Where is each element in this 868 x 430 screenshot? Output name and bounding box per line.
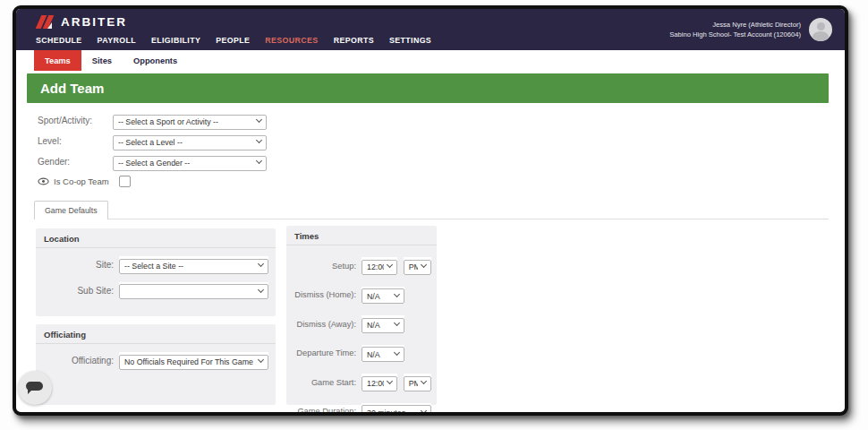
user-text: Jessa Nyre (Athletic Director) Sabino Hi… (669, 20, 801, 39)
page-banner: Add Team (27, 73, 829, 103)
nav-settings[interactable]: SETTINGS (389, 36, 431, 45)
site-row: Site: -- Select a Site -- (36, 256, 276, 274)
brand-name: ARBITER (61, 15, 127, 29)
nav-schedule[interactable]: SCHEDULE (36, 36, 82, 45)
dismiss-home-select[interactable]: N/A (362, 287, 404, 305)
app-window: ARBITER SCHEDULE PAYROLL ELIGIBILITY PEO… (13, 5, 848, 416)
nav-people[interactable]: PEOPLE (216, 36, 250, 45)
arbiter-logo-icon (36, 15, 55, 29)
dismiss-home-row: Dismiss (Home): N/A (286, 287, 437, 305)
location-panel: Location Site: -- Select a Site -- Sub S… (36, 228, 276, 316)
dismiss-away-label: Dismiss (Away): (292, 320, 356, 329)
setup-row: Setup: 12:00 PM (286, 257, 437, 275)
departure-row: Departure Time: N/A (286, 345, 437, 363)
dismiss-away-select[interactable]: N/A (362, 315, 404, 333)
game-start-label: Game Start: (292, 378, 356, 387)
sub-tabbar: Teams Sites Opponents (16, 50, 845, 71)
tab-game-defaults[interactable]: Game Defaults (34, 201, 108, 219)
chat-widget-button[interactable] (18, 371, 52, 405)
sport-label: Sport/Activity: (38, 116, 113, 125)
level-row: Level: -- Select a Level -- (38, 133, 267, 150)
coop-label: Is Co-op Team (54, 176, 109, 186)
setup-label: Setup: (292, 262, 356, 271)
coop-eye-icon (38, 177, 49, 185)
tab-sites[interactable]: Sites (81, 50, 123, 71)
setup-ampm-select[interactable]: PM (404, 257, 431, 275)
nav-reports[interactable]: REPORTS (334, 36, 374, 45)
times-panel: Times Setup: 12:00 PM Dismiss (Home): N/… (286, 226, 437, 405)
officiating-row: Officiating: No Officials Required For T… (36, 352, 276, 370)
setup-time-select[interactable]: 12:00 (362, 257, 397, 275)
game-start-ampm-select[interactable]: PM (404, 374, 431, 391)
nav-payroll[interactable]: PAYROLL (98, 36, 136, 45)
gender-label: Gender: (38, 157, 113, 167)
level-select[interactable]: -- Select a Level -- (113, 133, 267, 150)
sport-row: Sport/Activity: -- Select a Sport or Act… (38, 112, 267, 130)
game-start-row: Game Start: 12:00 PM (286, 374, 437, 391)
dismiss-home-label: Dismiss (Home): (292, 290, 356, 299)
nav-eligibility[interactable]: ELIGIBILITY (151, 36, 200, 45)
officiating-select[interactable]: No Officials Required For This Game (119, 352, 268, 370)
site-select[interactable]: -- Select a Site -- (119, 256, 268, 274)
avatar[interactable] (809, 18, 832, 41)
departure-label: Departure Time: (292, 348, 356, 357)
sport-select[interactable]: -- Select a Sport or Activity -- (113, 112, 267, 130)
game-duration-select[interactable]: 30 minutes (362, 403, 431, 417)
page-title: Add Team (27, 81, 104, 96)
officiating-panel: Officiating Officiating: No Officials Re… (36, 324, 276, 405)
game-start-time-select[interactable]: 12:00 (362, 374, 397, 391)
user-name: Jessa Nyre (Athletic Director) (669, 20, 801, 30)
tab-opponents[interactable]: Opponents (123, 50, 188, 71)
dismiss-away-row: Dismiss (Away): N/A (286, 315, 437, 333)
location-title: Location (36, 228, 276, 248)
brand[interactable]: ARBITER (36, 15, 127, 29)
subsite-select[interactable] (119, 282, 268, 300)
times-title: Times (286, 226, 437, 245)
gender-select[interactable]: -- Select a Gender -- (113, 153, 267, 171)
officiating-label: Officiating: (43, 356, 114, 366)
nav-resources[interactable]: RESOURCES (265, 36, 318, 45)
officiating-title: Officiating (36, 324, 276, 344)
site-label: Site: (43, 260, 114, 270)
departure-select[interactable]: N/A (362, 345, 404, 363)
coop-row: Is Co-op Team (38, 176, 131, 187)
tab-divider (34, 219, 829, 219)
coop-checkbox[interactable] (119, 176, 131, 187)
subsite-label: Sub Site: (43, 286, 114, 296)
top-header: ARBITER SCHEDULE PAYROLL ELIGIBILITY PEO… (16, 9, 845, 50)
tab-teams[interactable]: Teams (34, 50, 81, 71)
chat-bubble-tail (28, 390, 32, 394)
level-label: Level: (38, 136, 113, 146)
user-info[interactable]: Jessa Nyre (Athletic Director) Sabino Hi… (669, 9, 832, 50)
subsite-row: Sub Site: (36, 282, 276, 300)
game-duration-row: Game Duration: 30 minutes (286, 403, 437, 417)
game-duration-label: Game Duration: (292, 407, 356, 416)
gender-row: Gender: -- Select a Gender -- (38, 153, 267, 171)
user-account: Sabino High School- Test Account (120604… (669, 30, 801, 39)
main-nav: SCHEDULE PAYROLL ELIGIBILITY PEOPLE RESO… (36, 36, 431, 45)
